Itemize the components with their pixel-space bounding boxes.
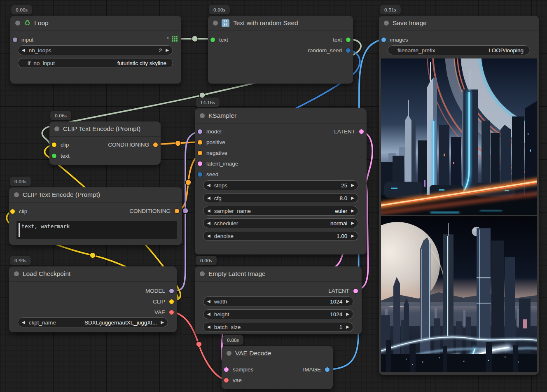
increment-arrow-icon[interactable]: ▶ xyxy=(346,325,349,329)
widget-batch-size[interactable]: ◀ batch_size 1 ▶ xyxy=(203,322,353,332)
node-clip-text-encode-negative[interactable]: 0.03s CLIP Text Encode (Prompt) clip CON… xyxy=(9,187,182,245)
slot-dot[interactable] xyxy=(52,154,56,158)
decrement-arrow-icon[interactable]: ◀ xyxy=(207,183,210,187)
output-slot-latent[interactable]: LATENT xyxy=(328,287,358,294)
node-titlebar[interactable]: KSampler xyxy=(195,108,367,124)
output-slot-random-seed[interactable]: random_seed xyxy=(308,47,351,54)
widget-cfg[interactable]: ◀ cfg 8.0 ▶ xyxy=(203,193,358,203)
prompt-textarea[interactable]: text, watermark xyxy=(16,221,177,239)
prev-option-arrow-icon[interactable]: ◀ xyxy=(207,209,210,213)
increment-arrow-icon[interactable]: ▶ xyxy=(346,312,349,316)
slot-dot[interactable] xyxy=(10,209,15,214)
node-vae-decode[interactable]: 0.88s VAE Decode samples vae IMAGE xyxy=(222,346,333,389)
input-slot-clip[interactable]: clip xyxy=(52,141,69,148)
slot-dot[interactable] xyxy=(13,37,17,42)
decrement-arrow-icon[interactable]: ◀ xyxy=(207,325,210,329)
collapse-dot-icon[interactable] xyxy=(213,21,218,26)
node-titlebar[interactable]: 1234 Text with random Seed xyxy=(208,16,353,31)
node-save-image[interactable]: 0.51s Save Image images filename_prefix … xyxy=(379,16,539,375)
input-slot-positive[interactable]: positive xyxy=(198,138,225,146)
output-slot-conditioning[interactable]: CONDITIONING xyxy=(108,141,158,148)
output-slot-latent[interactable]: LATENT xyxy=(334,128,364,135)
input-slot-text[interactable]: text xyxy=(52,152,70,159)
output-slot-text[interactable]: text xyxy=(333,36,351,43)
widget-if-no-input[interactable]: if_no_input futuristic city skyline xyxy=(18,58,173,68)
widget-ckpt-name[interactable]: ◀ ckpt_name SDXL/juggernautXL_juggXI... … xyxy=(18,317,168,327)
decrement-arrow-icon[interactable]: ◀ xyxy=(207,196,210,200)
slot-dot[interactable] xyxy=(381,37,386,42)
decrement-arrow-icon[interactable]: ◀ xyxy=(22,48,25,52)
input-slot-text[interactable]: text xyxy=(210,36,228,43)
decrement-arrow-icon[interactable]: ◀ xyxy=(207,299,210,303)
slot-dot[interactable] xyxy=(52,142,56,147)
slot-dot[interactable] xyxy=(346,37,351,42)
collapse-dot-icon[interactable] xyxy=(14,192,19,197)
output-slot-vae[interactable]: VAE xyxy=(154,308,174,316)
decrement-arrow-icon[interactable]: ◀ xyxy=(207,234,210,238)
widget-denoise[interactable]: ◀ denoise 1.00 ▶ xyxy=(203,231,358,241)
widget-filename-prefix[interactable]: filename_prefix LOOP/looping xyxy=(388,45,530,55)
collapse-dot-icon[interactable] xyxy=(227,351,231,356)
node-ksampler[interactable]: 14.16s KSampler model positive negative … xyxy=(195,108,367,254)
collapse-dot-icon[interactable] xyxy=(14,271,19,276)
node-graph-canvas[interactable]: 0.00s ♻ Loop input * ◀ nb_loops 2 ▶ if_n… xyxy=(0,0,547,392)
node-titlebar[interactable]: VAE Decode xyxy=(222,346,333,361)
generated-image-2[interactable] xyxy=(381,216,537,372)
node-titlebar[interactable]: ♻ Loop xyxy=(10,16,181,31)
output-slot-clip[interactable]: CLIP xyxy=(153,298,174,305)
node-text-with-random-seed[interactable]: 0.00s 1234 Text with random Seed text te… xyxy=(208,16,353,84)
slot-dot[interactable] xyxy=(224,378,229,383)
input-slot-clip[interactable]: clip xyxy=(10,208,27,215)
slot-dot[interactable] xyxy=(169,310,174,315)
slot-dot[interactable] xyxy=(198,129,202,134)
node-titlebar[interactable]: Empty Latent Image xyxy=(195,266,362,282)
collapse-dot-icon[interactable] xyxy=(200,271,205,276)
node-load-checkpoint[interactable]: 0.99s Load Checkpoint MODEL CLIP VAE ◀ c… xyxy=(9,266,177,332)
output-slot-image[interactable]: IMAGE xyxy=(303,366,330,373)
input-slot-samples[interactable]: samples xyxy=(224,366,253,373)
widget-height[interactable]: ◀ height 1024 ▶ xyxy=(203,309,353,319)
slot-dot[interactable] xyxy=(353,289,358,293)
slot-dot[interactable] xyxy=(346,48,351,53)
increment-arrow-icon[interactable]: ▶ xyxy=(351,183,354,187)
widget-sampler-name[interactable]: ◀ sampler_name euler ▶ xyxy=(203,206,358,216)
next-option-arrow-icon[interactable]: ▶ xyxy=(351,209,354,213)
increment-arrow-icon[interactable]: ▶ xyxy=(351,196,354,200)
slot-dot[interactable] xyxy=(175,209,179,213)
input-slot-latent-image[interactable]: latent_image xyxy=(198,160,238,167)
input-slot-vae[interactable]: vae xyxy=(224,376,242,384)
slot-dot[interactable] xyxy=(169,299,174,304)
node-titlebar[interactable]: Save Image xyxy=(379,16,539,31)
generated-image-1[interactable] xyxy=(381,58,537,215)
decrement-arrow-icon[interactable]: ◀ xyxy=(207,312,210,316)
loop-output-grid-icon[interactable] xyxy=(172,36,178,42)
output-slot-wildcard[interactable]: * xyxy=(167,35,178,42)
output-slot-model[interactable]: MODEL xyxy=(145,287,174,294)
output-slot-conditioning[interactable]: CONDITIONING xyxy=(129,207,179,215)
input-slot-images[interactable]: images xyxy=(381,36,408,43)
input-slot-input[interactable]: input xyxy=(13,36,33,43)
collapse-dot-icon[interactable] xyxy=(384,21,389,26)
slot-dot[interactable] xyxy=(153,142,158,147)
slot-dot[interactable] xyxy=(224,367,229,372)
input-slot-negative[interactable]: negative xyxy=(198,149,227,156)
widget-nb-loops[interactable]: ◀ nb_loops 2 ▶ xyxy=(18,45,173,55)
widget-steps[interactable]: ◀ steps 25 ▶ xyxy=(203,180,358,190)
node-empty-latent-image[interactable]: 0.00s Empty Latent Image LATENT ◀ width … xyxy=(195,266,362,334)
slot-dot[interactable] xyxy=(198,172,202,177)
node-loop[interactable]: 0.00s ♻ Loop input * ◀ nb_loops 2 ▶ if_n… xyxy=(10,16,181,84)
increment-arrow-icon[interactable]: ▶ xyxy=(166,48,169,52)
next-option-arrow-icon[interactable]: ▶ xyxy=(161,320,164,324)
slot-dot[interactable] xyxy=(198,161,202,166)
collapse-dot-icon[interactable] xyxy=(54,126,59,131)
widget-scheduler[interactable]: ◀ scheduler normal ▶ xyxy=(203,218,358,228)
input-slot-model[interactable]: model xyxy=(198,128,222,135)
input-slot-seed[interactable]: seed xyxy=(198,170,218,178)
node-clip-text-encode-positive[interactable]: 0.06s CLIP Text Encode (Prompt) clip tex… xyxy=(49,121,161,165)
slot-dot[interactable] xyxy=(210,37,215,42)
slot-dot[interactable] xyxy=(198,151,202,155)
collapse-dot-icon[interactable] xyxy=(15,21,20,26)
node-titlebar[interactable]: CLIP Text Encode (Prompt) xyxy=(49,121,161,137)
prev-option-arrow-icon[interactable]: ◀ xyxy=(207,221,210,225)
slot-dot[interactable] xyxy=(359,129,364,134)
